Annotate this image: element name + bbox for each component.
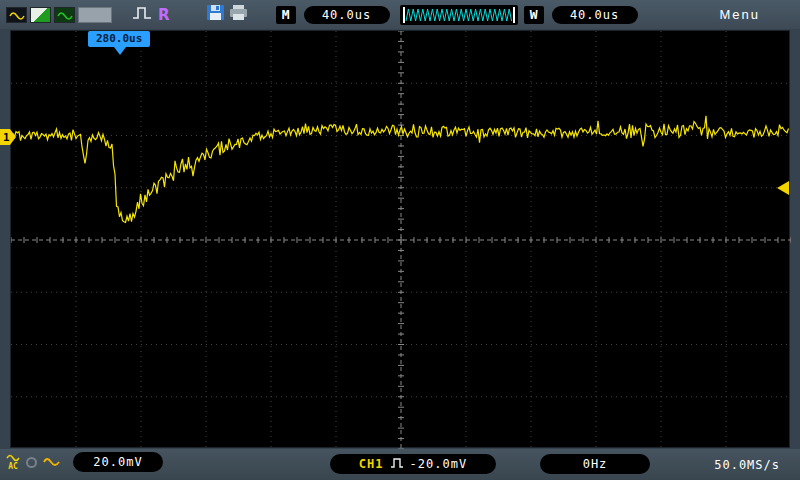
main-timebase-value: 40.0us bbox=[304, 6, 390, 24]
display-type-icon bbox=[30, 7, 51, 23]
status-icons bbox=[6, 7, 112, 23]
save-icon[interactable] bbox=[206, 4, 225, 25]
coupling-ac-icon: AC bbox=[6, 453, 20, 471]
delay-offset-readout: 280.0us bbox=[88, 31, 150, 47]
main-timebase-label: M bbox=[276, 6, 296, 24]
trigger-level-marker[interactable] bbox=[777, 181, 789, 195]
channel-offset-value: -20.0mV bbox=[410, 457, 468, 471]
window-timebase-value: 40.0us bbox=[552, 6, 638, 24]
volts-per-div-value: 20.0mV bbox=[73, 452, 163, 472]
channel1-waveform-icon bbox=[6, 7, 27, 23]
sample-rate-value: 50.0MS/s bbox=[714, 458, 780, 472]
channel-offset-readout: CH1 -20.0mV bbox=[330, 454, 496, 474]
bottom-status-bar: AC 20.0mV CH1 -20.0mV 0Hz 50.0MS/s bbox=[0, 449, 800, 480]
trigger-position-marker[interactable] bbox=[114, 47, 126, 55]
filter-icon bbox=[43, 453, 61, 472]
acquire-mode-icon bbox=[54, 7, 75, 23]
coupling-ac-label: AC bbox=[8, 463, 18, 471]
zoom-window-indicator bbox=[400, 5, 518, 25]
channel1-settings-group: AC 20.0mV bbox=[6, 452, 163, 472]
top-status-bar: R M 40.0us W 40.0us Menu bbox=[0, 0, 800, 29]
trigger-slope-icon bbox=[132, 5, 152, 25]
window-timebase-label: W bbox=[524, 6, 544, 24]
print-icon[interactable] bbox=[229, 4, 248, 25]
trigger-frequency-value: 0Hz bbox=[540, 454, 650, 474]
coupling-glyph-icon bbox=[390, 457, 404, 472]
menu-button[interactable]: Menu bbox=[719, 7, 760, 22]
status-placeholder bbox=[78, 7, 112, 23]
oscilloscope-screen: R M 40.0us W 40.0us Menu 280.0us 1 AC bbox=[0, 0, 800, 480]
channel-label: CH1 bbox=[359, 457, 384, 471]
scope-display bbox=[10, 30, 790, 448]
record-status-indicator: R bbox=[158, 6, 170, 24]
bw-limit-icon bbox=[26, 457, 37, 468]
